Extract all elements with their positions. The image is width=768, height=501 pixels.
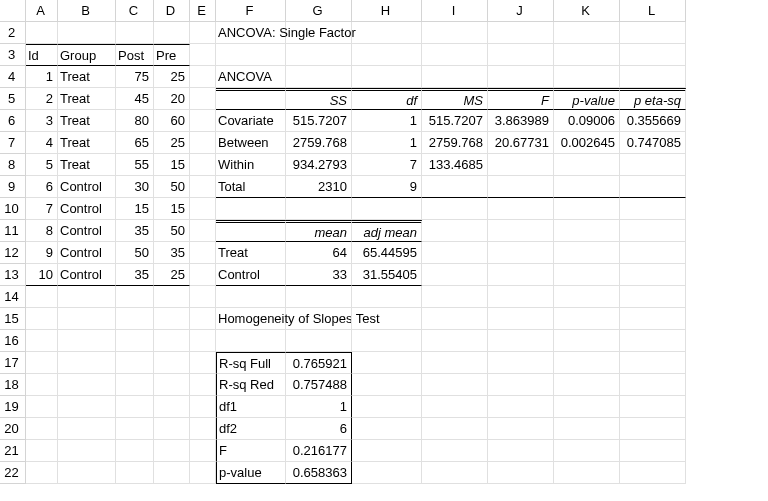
- empty-cell[interactable]: [620, 462, 686, 484]
- empty-cell[interactable]: [116, 308, 154, 330]
- means-row-label[interactable]: Treat: [216, 242, 286, 264]
- empty-cell[interactable]: [620, 396, 686, 418]
- empty-cell[interactable]: [58, 286, 116, 308]
- data-cell[interactable]: 50: [154, 220, 190, 242]
- data-cell[interactable]: 35: [116, 264, 154, 286]
- empty-cell[interactable]: [58, 462, 116, 484]
- col-header[interactable]: A: [26, 0, 58, 22]
- empty-cell[interactable]: [488, 44, 554, 66]
- empty-cell[interactable]: [422, 242, 488, 264]
- data-cell[interactable]: 75: [116, 66, 154, 88]
- row-header[interactable]: 8: [0, 154, 26, 176]
- empty-cell[interactable]: [352, 396, 422, 418]
- data-cell[interactable]: 20: [154, 88, 190, 110]
- empty-cell[interactable]: [554, 330, 620, 352]
- empty-cell[interactable]: [286, 44, 352, 66]
- ancova-header-f[interactable]: F: [488, 88, 554, 110]
- empty-cell[interactable]: [190, 132, 216, 154]
- empty-cell[interactable]: [190, 374, 216, 396]
- empty-cell[interactable]: [488, 220, 554, 242]
- ancova-val[interactable]: 133.4685: [422, 154, 488, 176]
- empty-cell[interactable]: [58, 22, 116, 44]
- row-header[interactable]: 9: [0, 176, 26, 198]
- empty-cell[interactable]: [286, 308, 352, 330]
- ancova-val[interactable]: 0.09006: [554, 110, 620, 132]
- empty-cell[interactable]: [26, 462, 58, 484]
- empty-cell[interactable]: [116, 418, 154, 440]
- empty-cell[interactable]: [422, 330, 488, 352]
- row-header[interactable]: 19: [0, 396, 26, 418]
- empty-cell[interactable]: [554, 462, 620, 484]
- empty-cell[interactable]: [422, 352, 488, 374]
- empty-cell[interactable]: [620, 242, 686, 264]
- ancova-val[interactable]: 0.002645: [554, 132, 620, 154]
- empty-cell[interactable]: [190, 330, 216, 352]
- data-cell[interactable]: 45: [116, 88, 154, 110]
- empty-cell[interactable]: [488, 66, 554, 88]
- empty-cell[interactable]: [554, 286, 620, 308]
- empty-cell[interactable]: [190, 352, 216, 374]
- empty-cell[interactable]: [190, 88, 216, 110]
- empty-cell[interactable]: [190, 44, 216, 66]
- empty-cell[interactable]: [620, 154, 686, 176]
- data-cell[interactable]: 15: [154, 198, 190, 220]
- empty-cell[interactable]: [116, 330, 154, 352]
- data-cell[interactable]: 10: [26, 264, 58, 286]
- empty-cell[interactable]: [154, 330, 190, 352]
- empty-cell[interactable]: [190, 22, 216, 44]
- empty-cell[interactable]: [422, 374, 488, 396]
- empty-cell[interactable]: [116, 374, 154, 396]
- homog-label[interactable]: F: [216, 440, 286, 462]
- col-header[interactable]: J: [488, 0, 554, 22]
- homog-val[interactable]: 0.765921: [286, 352, 352, 374]
- row-header[interactable]: 14: [0, 286, 26, 308]
- ancova-row-label[interactable]: Covariate: [216, 110, 286, 132]
- col-header[interactable]: D: [154, 0, 190, 22]
- means-header-mean[interactable]: mean: [286, 220, 352, 242]
- data-cell[interactable]: Treat: [58, 88, 116, 110]
- empty-cell[interactable]: [554, 264, 620, 286]
- empty-cell[interactable]: [422, 418, 488, 440]
- empty-cell[interactable]: [554, 66, 620, 88]
- empty-cell[interactable]: [620, 418, 686, 440]
- empty-cell[interactable]: [488, 176, 554, 198]
- empty-cell[interactable]: [620, 220, 686, 242]
- empty-cell[interactable]: [26, 308, 58, 330]
- data-cell[interactable]: Treat: [58, 110, 116, 132]
- empty-cell[interactable]: [216, 286, 286, 308]
- ancova-val[interactable]: 0.355669: [620, 110, 686, 132]
- empty-cell[interactable]: [190, 440, 216, 462]
- empty-cell[interactable]: [488, 440, 554, 462]
- row-header[interactable]: 5: [0, 88, 26, 110]
- empty-cell[interactable]: [554, 220, 620, 242]
- empty-cell[interactable]: [554, 440, 620, 462]
- data-cell[interactable]: 2: [26, 88, 58, 110]
- empty-cell[interactable]: [154, 440, 190, 462]
- empty-cell[interactable]: [422, 66, 488, 88]
- empty-cell[interactable]: [620, 352, 686, 374]
- empty-cell[interactable]: [422, 220, 488, 242]
- empty-cell[interactable]: [58, 374, 116, 396]
- ancova-header-df[interactable]: df: [352, 88, 422, 110]
- row-header[interactable]: 16: [0, 330, 26, 352]
- col-header[interactable]: K: [554, 0, 620, 22]
- empty-cell[interactable]: [488, 462, 554, 484]
- data-cell[interactable]: 35: [154, 242, 190, 264]
- empty-cell[interactable]: [488, 418, 554, 440]
- title-ancova-single[interactable]: ANCOVA: Single Factor: [216, 22, 286, 44]
- col-header[interactable]: F: [216, 0, 286, 22]
- data-cell[interactable]: 6: [26, 176, 58, 198]
- empty-cell[interactable]: [488, 198, 554, 220]
- row-header[interactable]: 3: [0, 44, 26, 66]
- homog-label[interactable]: df1: [216, 396, 286, 418]
- empty-cell[interactable]: [554, 22, 620, 44]
- empty-cell[interactable]: [216, 198, 286, 220]
- data-cell[interactable]: Control: [58, 198, 116, 220]
- empty-cell[interactable]: [422, 176, 488, 198]
- empty-cell[interactable]: [190, 110, 216, 132]
- data-header-id[interactable]: Id: [26, 44, 58, 66]
- ancova-val[interactable]: 934.2793: [286, 154, 352, 176]
- data-cell[interactable]: 15: [116, 198, 154, 220]
- ancova-val[interactable]: 2759.768: [286, 132, 352, 154]
- empty-cell[interactable]: [554, 396, 620, 418]
